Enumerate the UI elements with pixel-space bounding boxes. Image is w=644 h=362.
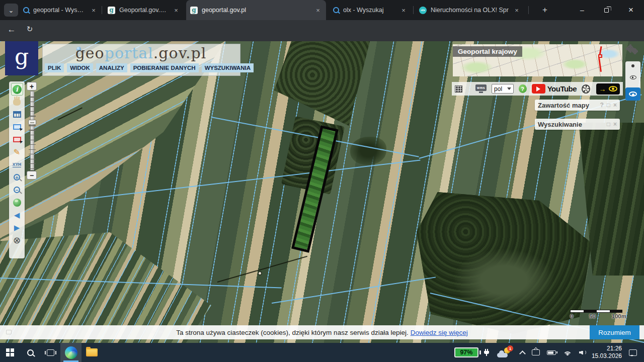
tab-close-icon[interactable]: ×	[172, 7, 180, 14]
task-view-button[interactable]	[40, 343, 60, 362]
blue-rectangle-select-icon: ➤	[13, 124, 21, 130]
geoportal-logo-tile: g	[5, 41, 38, 75]
tab-search-caret-button[interactable]: ⌄	[4, 4, 18, 17]
edge-icon	[65, 346, 77, 359]
scale-bar-segments	[570, 310, 622, 313]
battery-percent-widget[interactable]: 97%	[454, 347, 478, 357]
menu-wyszukiwania[interactable]: WYSZUKIWANIA	[202, 63, 254, 72]
tab-title: Nieruchomości na OLX! Spr	[431, 7, 509, 14]
settings-gears-icon[interactable]	[627, 45, 638, 55]
menu-plik[interactable]: PLIK	[45, 63, 64, 72]
xyh-icon: XYH	[13, 162, 21, 167]
browser-nav-bar: ← ↻ https://mapy.geoportal.gov.pl/imap/I…	[0, 20, 644, 41]
zoom-out-box-button[interactable]: −	[11, 184, 23, 196]
identify-tool-button[interactable]: i	[11, 83, 23, 96]
tab-title: Geoportal.gov.pl – Geoport	[119, 7, 168, 14]
cookie-accept-button[interactable]: Rozumiem	[590, 325, 639, 339]
taskbar-search-button[interactable]	[20, 343, 40, 362]
scale-label: 50	[589, 313, 596, 319]
taskbar-explorer-button[interactable]	[82, 343, 102, 362]
new-tab-button[interactable]: +	[538, 4, 551, 16]
language-select[interactable]: pol	[492, 84, 514, 94]
zoom-slider-ticks	[29, 93, 36, 169]
youtube-label: YouTube	[547, 84, 577, 93]
eye-icon[interactable]	[630, 75, 636, 79]
wheel-icon[interactable]	[582, 84, 590, 94]
window-restore-button[interactable]	[595, 0, 617, 20]
start-button[interactable]	[0, 343, 20, 362]
tab-close-icon[interactable]: ×	[314, 7, 322, 14]
overview-map[interactable]: Geoportal krajowy	[453, 44, 622, 76]
zoom-in-box-button[interactable]: +	[11, 171, 23, 184]
select-rectangle-button[interactable]: ➤	[11, 121, 23, 133]
geoportal-menu-bar: PLIK WIDOK ANALIZY POBIERANIE DANYCH WYS…	[43, 62, 240, 73]
dot-icon[interactable]	[631, 64, 634, 67]
wms-icon[interactable]: wms	[475, 84, 487, 93]
clear-selection-button[interactable]: ⊗	[11, 234, 23, 246]
geoportal-wordmark: geoportal.gov.pl	[43, 44, 240, 62]
panel-title: Zawartość mapy	[538, 102, 589, 109]
help-button[interactable]: ?	[519, 84, 527, 93]
weather-tray-icon[interactable]: 1	[497, 347, 512, 358]
magnifier-plus-icon: +	[14, 174, 20, 180]
window-minimize-button[interactable]: –	[571, 0, 593, 20]
tab-close-icon[interactable]: ×	[90, 7, 98, 14]
refresh-button[interactable]: ↻	[22, 25, 37, 34]
map-viewport[interactable]: g geoportal.gov.pl PLIK WIDOK ANALIZY PO…	[0, 41, 644, 343]
visibility-active-button[interactable]	[625, 87, 640, 101]
tab-geoportal-home[interactable]: g Geoportal.gov.pl – Geoport ×	[104, 0, 184, 20]
speaker-icon[interactable]	[579, 349, 587, 355]
zoom-slider-track[interactable]	[30, 91, 34, 170]
tab-geoportal-map-active[interactable]: g geoportal.gov.pl ×	[186, 0, 326, 20]
back-button[interactable]: ←	[4, 25, 19, 35]
tab-geoportal-search[interactable]: geoportal - Wyszukaj ×	[19, 0, 102, 20]
next-view-button[interactable]: ▶	[11, 221, 23, 234]
tab-close-icon[interactable]: ×	[399, 7, 408, 14]
menu-analizy[interactable]: ANALIZY	[96, 63, 127, 72]
menu-widok[interactable]: WIDOK	[67, 63, 93, 72]
draw-measure-button[interactable]: ✎	[11, 146, 23, 158]
zoom-slider: + −	[27, 82, 38, 179]
coordinates-xyh-button[interactable]: XYH	[11, 158, 23, 171]
arrow-right-icon: ▶	[14, 223, 20, 232]
previous-view-button[interactable]: ◀	[11, 209, 23, 221]
panel-help-button[interactable]: ?	[600, 102, 603, 109]
panel-maximize-button[interactable]: □	[607, 102, 610, 109]
pan-tool-button[interactable]	[11, 96, 23, 108]
cookie-banner: Ta strona używa ciasteczek (cookies), dz…	[0, 325, 644, 339]
power-plug-icon	[484, 349, 489, 356]
taskbar-clock[interactable]: 21:26 15.03.2026	[592, 345, 622, 360]
zoom-in-button[interactable]: +	[27, 82, 37, 90]
tab-divider	[102, 6, 102, 14]
panel-close-button[interactable]: ×	[613, 121, 617, 128]
zoom-slider-handle[interactable]	[28, 120, 36, 125]
taskbar-edge-button[interactable]	[60, 343, 82, 362]
youtube-link[interactable]: YouTube	[532, 84, 577, 94]
accessibility-toggle[interactable]: →	[596, 83, 620, 95]
panel-search[interactable]: Wyszukiwanie □ ×	[535, 119, 620, 130]
attribute-table-button[interactable]	[11, 108, 23, 121]
battery-icon[interactable]	[547, 350, 556, 355]
panel-map-contents[interactable]: Zawartość mapy ? □ ×	[535, 100, 620, 111]
table-icon	[13, 111, 21, 118]
panel-close-button[interactable]: ×	[613, 102, 617, 109]
menu-pobieranie-danych[interactable]: POBIERANIE DANYCH	[130, 63, 199, 72]
tab-close-icon[interactable]: ×	[513, 7, 521, 14]
scale-label: 0	[570, 313, 573, 319]
grid-layers-icon[interactable]	[455, 85, 462, 93]
window-close-button[interactable]: ×	[620, 0, 642, 20]
tab-olx-site[interactable]: olx Nieruchomości na OLX! Spr ×	[415, 0, 525, 20]
cast-icon[interactable]	[532, 349, 540, 355]
action-center-icon[interactable]	[629, 349, 637, 356]
cookie-more-link[interactable]: Dowiedz się więcej	[411, 329, 468, 336]
panel-maximize-button[interactable]: □	[607, 121, 610, 128]
popout-icon	[6, 330, 12, 334]
tray-expand-chevron[interactable]	[519, 350, 526, 357]
full-extent-button[interactable]	[11, 196, 23, 209]
red-rectangle-deselect-icon: ➤	[13, 137, 21, 142]
deselect-rectangle-button[interactable]: ➤	[11, 133, 23, 146]
zoom-out-button[interactable]: −	[27, 171, 37, 179]
wifi-icon[interactable]	[563, 350, 572, 355]
tab-olx-search[interactable]: olx - Wyszukaj ×	[329, 0, 412, 20]
geoportal-header-panel: geoportal.gov.pl PLIK WIDOK ANALIZY POBI…	[42, 44, 240, 76]
